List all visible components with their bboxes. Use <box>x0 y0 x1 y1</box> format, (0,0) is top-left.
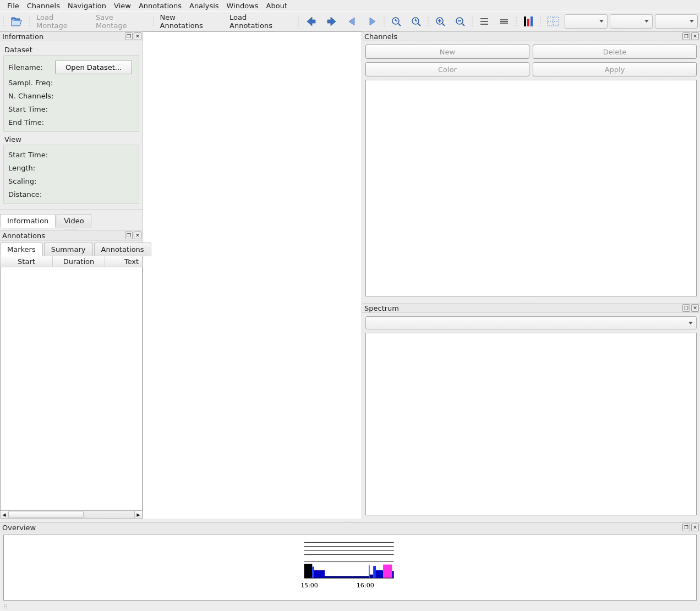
chevron-down-icon <box>644 20 649 23</box>
combo-2[interactable] <box>610 14 653 29</box>
channels-apply-button[interactable]: Apply <box>533 62 697 76</box>
toolbar-separator <box>471 16 473 27</box>
svg-line-7 <box>418 24 420 26</box>
load-montage-button[interactable]: Load Montage <box>33 14 90 29</box>
detach-icon[interactable]: ❐ <box>125 32 133 40</box>
zoom-out-time-button[interactable] <box>407 14 425 29</box>
triangle-left-icon <box>347 16 358 27</box>
scrollbar-thumb[interactable] <box>8 511 84 518</box>
overview-tick-0: 15:00 <box>302 582 318 589</box>
spectrum-panel-body <box>362 313 700 519</box>
col-text[interactable]: Text <box>105 256 142 267</box>
new-annotations-button[interactable]: New Annotations <box>157 14 224 29</box>
menu-windows[interactable]: Windows <box>223 1 262 11</box>
load-annotations-button[interactable]: Load Annotations <box>226 14 295 29</box>
spacing-decrease-button[interactable] <box>495 14 513 29</box>
spectrum-channel-combo[interactable] <box>365 316 697 329</box>
spacing-increase-button[interactable] <box>475 14 493 29</box>
svg-rect-41 <box>392 571 393 578</box>
zoom-out-clock-icon <box>411 16 422 27</box>
detach-icon[interactable]: ❐ <box>125 232 133 239</box>
spectrum-panel-title: Spectrum <box>364 304 681 312</box>
tab-video[interactable]: Video <box>57 214 91 228</box>
marker-palette-button[interactable] <box>519 14 537 29</box>
grid-button[interactable] <box>544 14 562 29</box>
step-back-button[interactable] <box>343 14 361 29</box>
filename-label: Filename: <box>8 63 55 71</box>
channels-new-button[interactable]: New <box>365 45 529 59</box>
view-section-label: View <box>4 135 138 144</box>
tab-summary[interactable]: Summary <box>44 243 93 256</box>
detach-icon[interactable]: ❐ <box>682 524 690 531</box>
menubar: File Channels Navigation View Annotation… <box>0 0 700 11</box>
combo-3[interactable] <box>655 14 698 29</box>
information-panel-header: Information ❐ ✕ <box>0 31 143 41</box>
open-dataset-button[interactable]: Open Dataset... <box>55 60 132 74</box>
view-distance-label: Distance: <box>8 190 55 199</box>
overview-panel-header: Overview ❐ ✕ <box>0 522 700 532</box>
svg-rect-38 <box>373 566 376 578</box>
channels-color-button[interactable]: Color <box>365 62 529 76</box>
svg-rect-21 <box>524 16 526 26</box>
close-icon[interactable]: ✕ <box>691 304 699 312</box>
signal-canvas[interactable] <box>143 31 362 519</box>
step-forward-button[interactable] <box>363 14 381 29</box>
toolbar-separator <box>152 16 155 27</box>
start-time-label: Start Time: <box>8 105 55 113</box>
svg-rect-34 <box>314 570 325 578</box>
view-start-time-label: Start Time: <box>8 151 55 159</box>
scroll-right-icon[interactable]: ▸ <box>134 511 142 518</box>
open-file-button[interactable] <box>7 14 26 29</box>
zoom-out-icon <box>455 16 466 27</box>
scrollbar-track[interactable] <box>8 511 134 518</box>
svg-line-11 <box>442 24 445 26</box>
page-forward-button[interactable] <box>322 14 341 29</box>
view-length-label: Length: <box>8 164 55 172</box>
close-icon[interactable]: ✕ <box>691 32 699 40</box>
arrow-left-bold-icon <box>305 15 317 27</box>
menu-annotations[interactable]: Annotations <box>135 1 185 11</box>
tab-annotations-sub[interactable]: Annotations <box>94 243 151 256</box>
menu-navigation[interactable]: Navigation <box>64 1 110 11</box>
col-start[interactable]: Start <box>1 256 53 267</box>
zoom-out-amp-button[interactable] <box>451 14 469 29</box>
channels-list[interactable] <box>365 80 697 296</box>
tab-information[interactable]: Information <box>0 214 56 228</box>
close-icon[interactable]: ✕ <box>134 32 141 40</box>
information-panel-body: Dataset Filename: Open Dataset... Sampl.… <box>0 41 143 210</box>
channels-delete-button[interactable]: Delete <box>533 45 697 59</box>
col-duration[interactable]: Duration <box>53 256 105 267</box>
scroll-left-icon[interactable]: ◂ <box>1 511 8 518</box>
chevron-down-icon <box>690 20 694 23</box>
annotations-panel-title: Annotations <box>2 232 124 240</box>
combo-1[interactable] <box>565 14 608 29</box>
menu-file[interactable]: File <box>3 1 23 11</box>
resize-grip-icon[interactable]: ⠿ <box>0 603 700 611</box>
annot-table-body[interactable] <box>0 267 143 511</box>
menu-analysis[interactable]: Analysis <box>185 1 223 11</box>
detach-icon[interactable]: ❐ <box>682 304 690 312</box>
svg-rect-36 <box>369 565 370 578</box>
end-time-label: End Time: <box>8 118 55 126</box>
toolbar-separator <box>29 16 31 27</box>
toolbar-grip-icon <box>2 16 4 27</box>
svg-rect-33 <box>312 566 314 578</box>
svg-rect-37 <box>370 575 374 578</box>
zoom-in-amp-button[interactable] <box>431 14 449 29</box>
annot-hscrollbar[interactable]: ◂ ▸ <box>0 511 143 519</box>
zoom-in-clock-icon <box>391 16 402 27</box>
detach-icon[interactable]: ❐ <box>682 32 690 40</box>
close-icon[interactable]: ✕ <box>691 524 699 531</box>
menu-view[interactable]: View <box>110 1 135 11</box>
page-back-button[interactable] <box>302 14 320 29</box>
save-montage-button[interactable]: Save Montage <box>92 14 150 29</box>
channels-panel-body: New Delete Color Apply <box>362 41 700 300</box>
menu-about[interactable]: About <box>262 1 291 11</box>
tab-markers[interactable]: Markers <box>0 243 43 256</box>
overview-canvas[interactable]: 15:00 16:00 <box>3 535 697 601</box>
spectrum-panel-header: Spectrum ❐ ✕ <box>362 303 700 313</box>
close-icon[interactable]: ✕ <box>134 232 141 239</box>
zoom-in-time-button[interactable] <box>387 14 405 29</box>
spectrum-canvas[interactable] <box>365 333 697 515</box>
menu-channels[interactable]: Channels <box>23 1 64 11</box>
